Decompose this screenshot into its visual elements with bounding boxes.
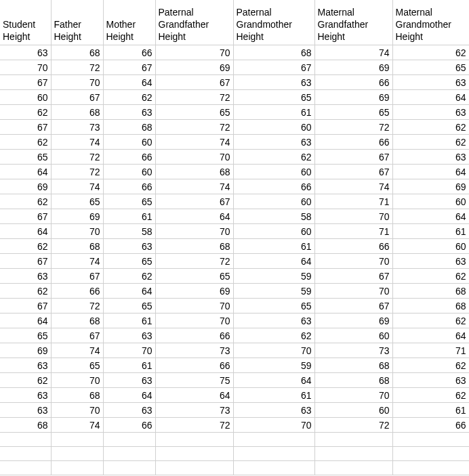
cell[interactable]: 65 bbox=[51, 358, 103, 372]
cell[interactable]: 65 bbox=[51, 194, 103, 209]
cell[interactable]: 70 bbox=[103, 343, 155, 358]
cell[interactable]: 64 bbox=[392, 328, 469, 343]
cell[interactable]: 64 bbox=[233, 372, 314, 387]
cell[interactable]: 62 bbox=[233, 328, 314, 343]
cell[interactable]: 68 bbox=[233, 45, 314, 60]
cell[interactable]: 69 bbox=[314, 313, 392, 328]
empty-cell[interactable] bbox=[0, 460, 51, 475]
cell[interactable]: 73 bbox=[51, 119, 103, 134]
empty-cell[interactable] bbox=[233, 432, 314, 446]
cell[interactable]: 61 bbox=[103, 313, 155, 328]
cell[interactable]: 61 bbox=[103, 358, 155, 372]
cell[interactable]: 68 bbox=[392, 283, 469, 298]
cell[interactable]: 68 bbox=[392, 298, 469, 313]
col-header-father-height[interactable]: Father Height bbox=[51, 0, 103, 45]
cell[interactable]: 75 bbox=[155, 372, 233, 387]
cell[interactable]: 58 bbox=[233, 209, 314, 223]
cell[interactable]: 74 bbox=[314, 179, 392, 194]
empty-cell[interactable] bbox=[155, 460, 233, 475]
cell[interactable]: 64 bbox=[0, 164, 51, 179]
cell[interactable]: 63 bbox=[233, 134, 314, 149]
cell[interactable]: 60 bbox=[0, 89, 51, 104]
cell[interactable]: 66 bbox=[314, 74, 392, 89]
cell[interactable]: 62 bbox=[0, 283, 51, 298]
cell[interactable]: 72 bbox=[155, 417, 233, 432]
cell[interactable]: 68 bbox=[51, 238, 103, 253]
cell[interactable]: 66 bbox=[103, 149, 155, 164]
cell[interactable]: 68 bbox=[155, 238, 233, 253]
cell[interactable]: 62 bbox=[392, 119, 469, 134]
cell[interactable]: 63 bbox=[392, 149, 469, 164]
cell[interactable]: 65 bbox=[0, 149, 51, 164]
cell[interactable]: 63 bbox=[103, 104, 155, 119]
empty-cell[interactable] bbox=[233, 460, 314, 475]
cell[interactable]: 64 bbox=[155, 209, 233, 223]
cell[interactable]: 68 bbox=[51, 313, 103, 328]
cell[interactable]: 74 bbox=[51, 253, 103, 268]
cell[interactable]: 72 bbox=[51, 149, 103, 164]
cell[interactable]: 67 bbox=[314, 149, 392, 164]
cell[interactable]: 60 bbox=[233, 223, 314, 238]
col-header-student-height[interactable]: Student Height bbox=[0, 0, 51, 45]
empty-cell[interactable] bbox=[155, 446, 233, 460]
cell[interactable]: 65 bbox=[155, 268, 233, 283]
empty-cell[interactable] bbox=[0, 432, 51, 446]
cell[interactable]: 68 bbox=[51, 387, 103, 402]
cell[interactable]: 60 bbox=[103, 164, 155, 179]
cell[interactable]: 74 bbox=[155, 179, 233, 194]
cell[interactable]: 62 bbox=[0, 134, 51, 149]
cell[interactable]: 58 bbox=[103, 223, 155, 238]
cell[interactable]: 65 bbox=[103, 194, 155, 209]
cell[interactable]: 63 bbox=[392, 74, 469, 89]
cell[interactable]: 69 bbox=[0, 179, 51, 194]
cell[interactable]: 70 bbox=[314, 209, 392, 223]
cell[interactable]: 59 bbox=[233, 268, 314, 283]
cell[interactable]: 72 bbox=[314, 417, 392, 432]
cell[interactable]: 64 bbox=[233, 253, 314, 268]
cell[interactable]: 64 bbox=[392, 89, 469, 104]
cell[interactable]: 62 bbox=[0, 104, 51, 119]
cell[interactable]: 71 bbox=[392, 343, 469, 358]
cell[interactable]: 72 bbox=[314, 119, 392, 134]
cell[interactable]: 68 bbox=[103, 119, 155, 134]
cell[interactable]: 69 bbox=[155, 283, 233, 298]
cell[interactable]: 61 bbox=[392, 223, 469, 238]
cell[interactable]: 63 bbox=[103, 328, 155, 343]
cell[interactable]: 65 bbox=[103, 298, 155, 313]
cell[interactable]: 66 bbox=[155, 328, 233, 343]
cell[interactable]: 67 bbox=[233, 60, 314, 74]
cell[interactable]: 63 bbox=[233, 74, 314, 89]
cell[interactable]: 67 bbox=[51, 89, 103, 104]
cell[interactable]: 62 bbox=[392, 134, 469, 149]
cell[interactable]: 64 bbox=[0, 223, 51, 238]
cell[interactable]: 69 bbox=[0, 343, 51, 358]
cell[interactable]: 60 bbox=[233, 194, 314, 209]
cell[interactable]: 70 bbox=[155, 313, 233, 328]
cell[interactable]: 60 bbox=[233, 164, 314, 179]
cell[interactable]: 66 bbox=[103, 417, 155, 432]
cell[interactable]: 69 bbox=[155, 60, 233, 74]
cell[interactable]: 65 bbox=[392, 60, 469, 74]
empty-cell[interactable] bbox=[103, 432, 155, 446]
cell[interactable]: 62 bbox=[0, 194, 51, 209]
cell[interactable]: 60 bbox=[233, 119, 314, 134]
cell[interactable]: 62 bbox=[392, 313, 469, 328]
cell[interactable]: 62 bbox=[103, 268, 155, 283]
col-header-paternal-grandmother[interactable]: Paternal Grandmother Height bbox=[233, 0, 314, 45]
empty-cell[interactable] bbox=[51, 460, 103, 475]
cell[interactable]: 73 bbox=[155, 402, 233, 417]
cell[interactable]: 66 bbox=[51, 283, 103, 298]
cell[interactable]: 72 bbox=[155, 119, 233, 134]
cell[interactable]: 66 bbox=[103, 45, 155, 60]
cell[interactable]: 67 bbox=[103, 60, 155, 74]
cell[interactable]: 60 bbox=[103, 134, 155, 149]
cell[interactable]: 67 bbox=[51, 328, 103, 343]
cell[interactable]: 72 bbox=[51, 60, 103, 74]
empty-cell[interactable] bbox=[314, 460, 392, 475]
cell[interactable]: 74 bbox=[51, 179, 103, 194]
spreadsheet-view[interactable]: Student Height Father Height Mother Heig… bbox=[0, 0, 469, 476]
cell[interactable]: 65 bbox=[314, 104, 392, 119]
empty-cell[interactable] bbox=[314, 446, 392, 460]
cell[interactable]: 68 bbox=[314, 358, 392, 372]
cell[interactable]: 65 bbox=[233, 89, 314, 104]
